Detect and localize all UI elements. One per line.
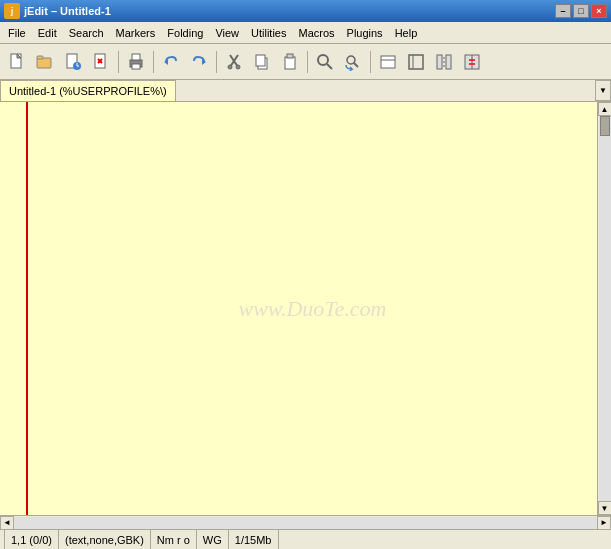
- menu-plugins[interactable]: Plugins: [341, 25, 389, 41]
- title-bar: j jEdit – Untitled-1 – □ ×: [0, 0, 611, 22]
- svg-rect-3: [37, 56, 43, 59]
- scroll-down-button[interactable]: ▼: [598, 501, 612, 515]
- unsplit-icon: [463, 53, 481, 71]
- close-doc-icon: [92, 53, 110, 71]
- document-tab[interactable]: Untitled-1 (%USERPROFILE%\): [0, 80, 176, 101]
- svg-rect-20: [285, 57, 295, 69]
- scroll-right-button[interactable]: ►: [597, 516, 611, 530]
- separator-1: [118, 51, 119, 73]
- svg-point-22: [318, 55, 328, 65]
- minimize-button[interactable]: –: [555, 4, 571, 18]
- redo-button[interactable]: [186, 49, 212, 75]
- svg-line-25: [354, 63, 358, 67]
- recent-icon: [64, 53, 82, 71]
- tab-list: Untitled-1 (%USERPROFILE%\): [0, 80, 595, 101]
- toolbar: [0, 44, 611, 80]
- status-bar: 1,1 (0/0) (text,none,GBK) Nm r o WG 1/15…: [0, 529, 611, 549]
- menu-bar: File Edit Search Markers Folding View Ut…: [0, 22, 611, 44]
- app-icon: j: [4, 3, 20, 19]
- fullscreen-icon: [407, 53, 425, 71]
- cut-button[interactable]: [221, 49, 247, 75]
- paste-icon: [281, 53, 299, 71]
- status-memory: 1/15Mb: [229, 530, 279, 549]
- menu-help[interactable]: Help: [389, 25, 424, 41]
- tab-bar: Untitled-1 (%USERPROFILE%\) ▼: [0, 80, 611, 102]
- watermark: www.DuoTe.com: [239, 296, 387, 322]
- svg-rect-31: [446, 55, 451, 69]
- status-wrapguide: WG: [197, 530, 229, 549]
- svg-rect-26: [381, 56, 395, 68]
- fullscreen-button[interactable]: [403, 49, 429, 75]
- svg-point-24: [347, 56, 355, 64]
- new-button[interactable]: [4, 49, 30, 75]
- print-icon: [127, 53, 145, 71]
- replace-button[interactable]: [340, 49, 366, 75]
- scroll-track-h[interactable]: [14, 517, 597, 529]
- open-folder-icon: [36, 53, 54, 71]
- buffers-button[interactable]: [375, 49, 401, 75]
- svg-point-16: [228, 65, 232, 69]
- replace-icon: [344, 53, 362, 71]
- line-gutter: [0, 102, 28, 515]
- title-bar-left: j jEdit – Untitled-1: [4, 3, 111, 19]
- window-controls: – □ ×: [555, 4, 607, 18]
- menu-file[interactable]: File: [2, 25, 32, 41]
- scroll-left-button[interactable]: ◄: [0, 516, 14, 530]
- svg-line-23: [327, 64, 332, 69]
- new-file-icon: [8, 53, 26, 71]
- status-encoding: (text,none,GBK): [59, 530, 151, 549]
- window-title: jEdit – Untitled-1: [24, 5, 111, 17]
- menu-edit[interactable]: Edit: [32, 25, 63, 41]
- menu-utilities[interactable]: Utilities: [245, 25, 292, 41]
- find-icon: [316, 53, 334, 71]
- svg-rect-30: [437, 55, 442, 69]
- separator-3: [216, 51, 217, 73]
- split-button[interactable]: [431, 49, 457, 75]
- separator-4: [307, 51, 308, 73]
- editor-main[interactable]: www.DuoTe.com: [28, 102, 597, 515]
- separator-2: [153, 51, 154, 73]
- menu-folding[interactable]: Folding: [161, 25, 209, 41]
- undo-button[interactable]: [158, 49, 184, 75]
- find-button[interactable]: [312, 49, 338, 75]
- menu-view[interactable]: View: [209, 25, 245, 41]
- status-position: 1,1 (0/0): [4, 530, 59, 549]
- unsplit-button[interactable]: [459, 49, 485, 75]
- copy-button[interactable]: [249, 49, 275, 75]
- svg-rect-10: [132, 54, 140, 60]
- editor-area: www.DuoTe.com ▲ ▼ ◄ ►: [0, 102, 611, 529]
- scroll-up-button[interactable]: ▲: [598, 102, 612, 116]
- maximize-button[interactable]: □: [573, 4, 589, 18]
- copy-icon: [253, 53, 271, 71]
- paste-button[interactable]: [277, 49, 303, 75]
- scroll-thumb-v[interactable]: [600, 116, 610, 136]
- recent-button[interactable]: [60, 49, 86, 75]
- svg-point-17: [236, 65, 240, 69]
- menu-macros[interactable]: Macros: [292, 25, 340, 41]
- print-button[interactable]: [123, 49, 149, 75]
- buffers-icon: [379, 53, 397, 71]
- menu-markers[interactable]: Markers: [110, 25, 162, 41]
- editor-row: www.DuoTe.com ▲ ▼: [0, 102, 611, 515]
- tab-scroll-button[interactable]: ▼: [595, 80, 611, 101]
- split-icon: [435, 53, 453, 71]
- cut-icon: [225, 53, 243, 71]
- close-doc-button[interactable]: [88, 49, 114, 75]
- redo-icon: [190, 53, 208, 71]
- open-button[interactable]: [32, 49, 58, 75]
- horizontal-scrollbar[interactable]: ◄ ►: [0, 515, 611, 529]
- tab-label: Untitled-1 (%USERPROFILE%\): [9, 85, 167, 97]
- svg-rect-28: [409, 55, 423, 69]
- svg-rect-21: [287, 54, 293, 58]
- undo-icon: [162, 53, 180, 71]
- separator-5: [370, 51, 371, 73]
- scroll-track-v[interactable]: [599, 116, 611, 501]
- menu-search[interactable]: Search: [63, 25, 110, 41]
- close-button[interactable]: ×: [591, 4, 607, 18]
- svg-rect-19: [256, 55, 265, 66]
- status-mode: Nm r o: [151, 530, 197, 549]
- vertical-scrollbar[interactable]: ▲ ▼: [597, 102, 611, 515]
- svg-rect-11: [132, 64, 140, 69]
